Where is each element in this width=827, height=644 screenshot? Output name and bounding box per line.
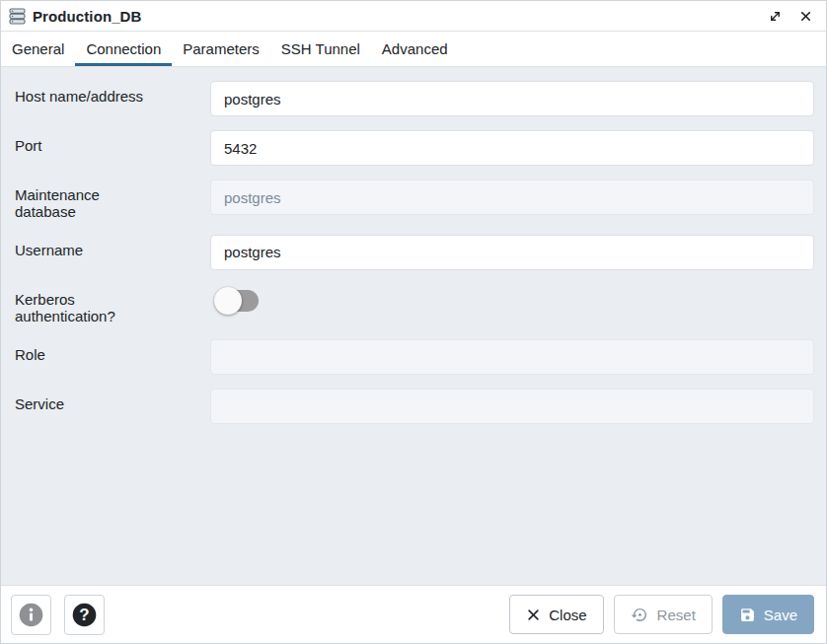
save-icon	[739, 607, 756, 623]
host-label: Host name/address	[15, 81, 210, 106]
tab-ssh-tunnel[interactable]: SSH Tunnel	[270, 32, 371, 66]
kerberos-toggle[interactable]	[215, 289, 259, 313]
tab-parameters[interactable]: Parameters	[172, 32, 270, 66]
role-input	[210, 339, 814, 375]
title-bar: Production_DB	[1, 1, 826, 32]
kerberos-label: Kerberos authentication?	[15, 284, 210, 325]
sql-info-button[interactable]	[11, 595, 51, 635]
username-input[interactable]	[210, 235, 814, 270]
form-row-port: Port	[15, 130, 814, 166]
save-button[interactable]: Save	[722, 595, 814, 634]
port-label: Port	[15, 130, 210, 155]
form-row-role: Role	[15, 339, 814, 375]
form-row-username: Username	[15, 235, 814, 270]
footer-bar: ? Close Reset Save	[1, 585, 826, 643]
username-label: Username	[15, 235, 210, 259]
tab-connection[interactable]: Connection	[75, 32, 172, 66]
service-input	[210, 389, 814, 424]
server-icon	[9, 8, 26, 25]
reset-button[interactable]: Reset	[614, 595, 713, 634]
help-icon: ?	[71, 602, 98, 628]
maintenance-db-label: Maintenance database	[15, 179, 210, 221]
tab-bar: General Connection Parameters SSH Tunnel…	[1, 32, 826, 67]
reset-icon	[631, 606, 649, 624]
help-button[interactable]: ?	[64, 595, 105, 635]
toggle-knob	[214, 287, 242, 315]
svg-text:?: ?	[79, 606, 89, 624]
service-label: Service	[15, 389, 210, 413]
maintenance-db-input	[210, 179, 814, 215]
close-button[interactable]: Close	[509, 595, 603, 634]
port-input[interactable]	[210, 130, 814, 166]
form-row-host: Host name/address	[15, 81, 814, 116]
host-input[interactable]	[210, 81, 814, 116]
form-row-kerberos: Kerberos authentication?	[15, 284, 814, 325]
connection-form: Host name/address Port Maintenance datab…	[1, 67, 826, 585]
tab-general[interactable]: General	[1, 32, 75, 66]
close-icon[interactable]	[794, 5, 816, 27]
server-properties-dialog: Production_DB General Connection Paramet…	[0, 0, 827, 644]
role-label: Role	[15, 339, 210, 364]
close-x-icon	[526, 608, 541, 622]
dialog-title: Production_DB	[33, 8, 141, 25]
form-row-maintenance-db: Maintenance database	[15, 179, 814, 221]
tab-advanced[interactable]: Advanced	[371, 32, 459, 66]
info-icon	[18, 602, 44, 628]
form-row-service: Service	[15, 389, 814, 424]
maximize-icon[interactable]	[764, 5, 786, 27]
